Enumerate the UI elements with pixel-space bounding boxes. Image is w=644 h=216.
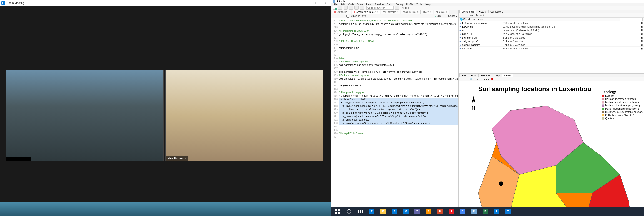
env-row[interactable]: ●LSOA_sf_crime_count298 obs. of 5 variab… [458, 21, 644, 25]
close-tab-icon[interactable]: × [377, 11, 378, 13]
save-source-button[interactable] [342, 15, 345, 18]
source-tab[interactable]: soil_samples× [381, 10, 400, 14]
forward-button[interactable] [337, 15, 340, 18]
code-line[interactable]: 323 tm_dots(size=c-num">0.5, shape =c-nu… [331, 122, 458, 125]
source-tab[interactable]: Untitled1*× [332, 10, 351, 14]
code-line[interactable]: 296#reprojecting to WSG 1984 [331, 29, 458, 33]
plot-area[interactable]: Soil sampling locations in Luxembou N Li… [458, 81, 644, 216]
code-line[interactable]: 309#Define coordinate system [331, 74, 458, 77]
taskbar-start[interactable] [332, 207, 343, 215]
menu-session[interactable]: Session [373, 3, 385, 6]
menu-build[interactable]: Build [386, 3, 394, 6]
code-line[interactable]: 303 [331, 53, 458, 57]
close-tab-icon[interactable]: × [397, 11, 398, 13]
taskbar-edge[interactable]: E [366, 207, 377, 215]
code-line[interactable]: 314# Plot point in polygon [331, 91, 458, 94]
code-line[interactable]: 300 [331, 43, 458, 46]
print-button[interactable] [360, 6, 364, 10]
view-data-icon[interactable]: ▦ [640, 40, 644, 43]
taskbar-cortana[interactable] [344, 207, 354, 215]
view-data-icon[interactable]: ▦ [640, 21, 644, 24]
env-row[interactable]: ●pop201134753 obs. of 23 variables▦ [458, 32, 644, 36]
open-file-button[interactable] [344, 6, 348, 10]
maximize-button[interactable]: ☐ [309, 0, 320, 6]
env-list[interactable]: ●LSOA_sf_crime_count298 obs. of 5 variab… [458, 21, 644, 73]
import-dataset-button[interactable]: Import Dataset ▾ [469, 14, 486, 17]
viewer-tab-viewer[interactable]: Viewer [502, 74, 513, 77]
save-button[interactable] [349, 6, 353, 10]
env-search-input[interactable] [620, 18, 643, 21]
taskbar-photos[interactable]: P [491, 207, 502, 215]
taskbar-teams[interactable]: T [412, 207, 423, 215]
save-workspace-button[interactable] [464, 14, 468, 17]
viewer-forward-button[interactable] [465, 78, 468, 81]
menu-debug[interactable]: Debug [394, 3, 404, 6]
addins-menu[interactable]: Addins [400, 7, 410, 9]
taskbar-firefox[interactable]: F [423, 207, 434, 215]
taskbar-mail[interactable]: M [400, 207, 411, 215]
menu-edit[interactable]: Edit [340, 3, 346, 6]
env-tab-environment[interactable]: Environment [460, 10, 476, 13]
rerun-button[interactable] [442, 15, 445, 18]
expand-icon[interactable]: ● [458, 29, 462, 32]
code-line[interactable]: 293# Define which coordinate system it i… [331, 19, 458, 22]
code-line[interactable]: 310soil_samples2 = st_as_sf(soil_samples… [331, 77, 458, 80]
menu-code[interactable]: Code [347, 3, 356, 6]
view-data-icon[interactable]: ▦ [640, 32, 644, 35]
run-button[interactable]: ▸Run [435, 15, 440, 17]
rstudio-titlebar[interactable]: RStudio [331, 0, 644, 3]
goto-file-input[interactable] [366, 6, 394, 10]
env-tab-connections[interactable]: Connections [488, 10, 505, 13]
env-row[interactable]: ●soil_samples26 obs. of 1 variable▦ [458, 39, 644, 43]
viewer-tab-files[interactable]: Files [460, 74, 468, 77]
code-line[interactable]: 327 [331, 135, 458, 139]
code-line[interactable]: 302 [331, 50, 458, 53]
load-workspace-button[interactable] [460, 14, 463, 17]
expand-icon[interactable]: ● [458, 33, 462, 35]
code-line[interactable]: 306soil_samples = read.csv(c-str">"coord… [331, 63, 458, 67]
find-button[interactable] [367, 15, 370, 18]
new-project-button[interactable] [338, 6, 342, 10]
source-tab[interactable]: LSOA× [421, 10, 434, 14]
view-data-icon[interactable]: ▦ [640, 29, 644, 32]
code-line[interactable]: 326#library(RColorBrewer) [331, 132, 458, 135]
wand-button[interactable] [372, 15, 375, 18]
env-tab-history[interactable]: History [477, 10, 488, 13]
env-row[interactable]: ●soil_samples6 obs. of 2 variables▦ [458, 36, 644, 39]
code-line[interactable]: 311 [331, 80, 458, 84]
expand-icon[interactable]: ● [458, 36, 462, 39]
taskbar-chrome[interactable]: C [457, 207, 468, 215]
minimize-button[interactable]: ─ [298, 0, 309, 6]
clear-plots-button[interactable] [496, 78, 499, 81]
expand-icon[interactable]: ● [458, 40, 462, 43]
grid-button[interactable] [395, 6, 399, 10]
code-line[interactable]: 313 [331, 87, 458, 91]
view-data-icon[interactable]: ▦ [640, 43, 644, 46]
code-line[interactable]: 317 tm_polygons(c-str">"Lithology",title… [331, 101, 458, 104]
code-line[interactable]: 322 tm_shape(soil_samples2)+ [331, 118, 458, 122]
code-line[interactable]: 312qtm(soil_samples2) [331, 84, 458, 87]
close-tab-icon[interactable]: × [417, 11, 418, 13]
code-line[interactable]: 321 tm_compass(position = c(c-num">0.05,… [331, 115, 458, 118]
source-button[interactable]: ▸Source ▾ [446, 15, 457, 17]
env-row[interactable]: ●mLarge tmap (6 elements, 5.9 Mb)▦ [458, 29, 644, 32]
menu-file[interactable]: File [332, 3, 339, 6]
code-line[interactable]: 325 [331, 128, 458, 132]
expand-icon[interactable]: ● [458, 44, 462, 46]
taskbar-file-explorer[interactable]: F [378, 207, 388, 215]
clear-env-button[interactable] [487, 14, 490, 17]
code-line[interactable]: 294geology_lux = st_as_sf(geology_lux, c… [331, 22, 458, 26]
close-tab-icon[interactable]: × [348, 11, 349, 13]
close-button[interactable]: ✕ [320, 0, 330, 6]
env-row[interactable]: ●LSOA_spLarge SpatialPolygonsDataFrame (… [458, 25, 644, 29]
taskbar-taskview[interactable] [355, 207, 366, 215]
close-tab-icon[interactable]: × [446, 11, 448, 13]
expand-icon[interactable]: ● [458, 22, 462, 24]
menu-tools[interactable]: Tools [415, 3, 424, 6]
code-line[interactable]: 308soil_samples = soil_samples[c(c-num">… [331, 70, 458, 74]
code-line[interactable]: 307 [331, 67, 458, 70]
back-button[interactable] [333, 15, 336, 18]
taskbar-rstudio[interactable]: R [468, 207, 480, 215]
source-tab[interactable]: Spatial data in R.R*× [352, 10, 380, 14]
env-row[interactable]: ●soilsoil_samples6 obs. of 2 variables▦ [458, 43, 644, 47]
